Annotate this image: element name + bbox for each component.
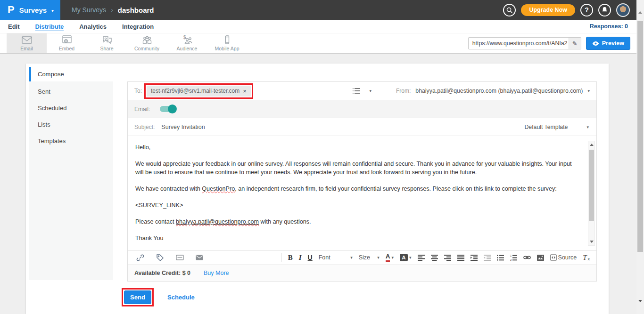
numbered-list-icon: 12 xyxy=(510,255,517,261)
search-button[interactable] xyxy=(503,4,516,16)
eye-icon xyxy=(592,41,599,46)
sidebar-item-label: Sent xyxy=(38,88,50,95)
notifications-button[interactable] xyxy=(598,4,611,16)
preview-button[interactable]: Preview xyxy=(586,37,630,50)
align-center-icon xyxy=(431,255,438,261)
indent-button[interactable] xyxy=(471,255,478,261)
bold-button[interactable]: B xyxy=(288,254,293,262)
text-color-button[interactable]: A▾ xyxy=(386,253,394,262)
send-button[interactable]: Send xyxy=(124,290,151,304)
email-sidebar: Sent Scheduled Lists Templates xyxy=(29,81,113,280)
insert-field-button[interactable] xyxy=(176,255,184,260)
page-scrollbar[interactable] xyxy=(636,0,644,314)
remove-format-button[interactable]: Tx xyxy=(583,254,590,262)
to-label: To: xyxy=(134,88,142,94)
sidebar-item-label: Scheduled xyxy=(38,105,66,112)
tab-edit[interactable]: Edit xyxy=(8,23,20,30)
breadcrumb: My Surveys › dashboard xyxy=(72,6,154,14)
email-body-editor[interactable]: Hello,We would appreciate your feedback … xyxy=(128,136,596,250)
question-mark-icon: ? xyxy=(585,6,589,14)
numbered-list-button[interactable]: 12 xyxy=(510,255,517,261)
justify-icon xyxy=(457,255,464,261)
template-select[interactable]: Default Template ▾ xyxy=(524,124,589,130)
scroll-up-icon[interactable] xyxy=(588,142,594,148)
buy-more-link[interactable]: Buy More xyxy=(204,270,229,276)
svg-text:2: 2 xyxy=(510,258,512,260)
sidebar-item-sent[interactable]: Sent xyxy=(29,83,113,100)
responses-count[interactable]: Responses: 0 xyxy=(590,23,636,30)
recipient-chip[interactable]: test-nf2r9vjl6@srv1.mail-tester.com × xyxy=(147,86,251,97)
italic-button[interactable]: I xyxy=(299,254,302,262)
breadcrumb-parent[interactable]: My Surveys xyxy=(72,6,106,14)
channel-mobile-app[interactable]: Mobile App xyxy=(207,33,247,53)
product-switcher[interactable]: P Surveys ▾ xyxy=(0,0,60,20)
survey-url-input[interactable] xyxy=(469,40,569,47)
caret-down-icon: ▾ xyxy=(350,255,353,260)
underline-button[interactable]: U xyxy=(308,254,313,261)
template-caret-icon: ▾ xyxy=(586,125,589,129)
channel-label: Embed xyxy=(59,46,74,51)
channel-email[interactable]: Email xyxy=(7,33,47,53)
pencil-icon: ✎ xyxy=(572,40,578,47)
remove-recipient-icon[interactable]: × xyxy=(243,88,247,95)
tab-analytics[interactable]: Analytics xyxy=(79,23,107,30)
channel-embed[interactable]: Embed xyxy=(47,33,87,53)
tab-distribute[interactable]: Distribute xyxy=(35,23,64,30)
from-value[interactable]: bhaiyya.patil@questionpro.com (bhaiyya.p… xyxy=(415,88,583,94)
email-toggle-switch[interactable] xyxy=(160,106,176,112)
sidebar-item-templates[interactable]: Templates xyxy=(29,133,113,149)
channel-community[interactable]: Community xyxy=(127,33,167,53)
align-center-button[interactable] xyxy=(431,255,438,261)
editor-scrollbar-thumb[interactable] xyxy=(589,150,594,221)
scrollbar-up-icon[interactable] xyxy=(638,3,642,12)
questionpro-logo: P xyxy=(8,5,15,15)
sidebar-item-label: Lists xyxy=(38,121,50,128)
schedule-link[interactable]: Schedule xyxy=(167,294,195,301)
font-family-dropdown[interactable]: Font▾ xyxy=(319,254,353,261)
bullet-list-button[interactable] xyxy=(497,255,504,261)
outdent-button[interactable] xyxy=(484,255,491,261)
sidebar-item-compose[interactable]: Compose xyxy=(29,67,113,81)
scroll-down-icon[interactable] xyxy=(588,239,594,245)
outdent-icon xyxy=(484,255,491,261)
channel-share[interactable]: Share xyxy=(87,33,127,53)
insert-image-button[interactable] xyxy=(537,255,544,261)
embed-icon xyxy=(61,35,73,45)
help-button[interactable]: ? xyxy=(580,4,593,16)
font-size-dropdown[interactable]: Size▾ xyxy=(359,254,380,261)
editor-scrollbar[interactable] xyxy=(588,141,595,246)
upgrade-now-button[interactable]: Upgrade Now xyxy=(521,4,575,16)
list-caret-icon[interactable]: ▾ xyxy=(369,89,372,93)
scrollbar-down-icon[interactable] xyxy=(638,302,642,311)
source-button[interactable]: Source xyxy=(550,254,577,261)
sidebar-item-scheduled[interactable]: Scheduled xyxy=(29,100,113,116)
user-avatar[interactable] xyxy=(616,3,630,17)
edit-url-button[interactable]: ✎ xyxy=(569,38,581,49)
tab-integration[interactable]: Integration xyxy=(122,23,154,30)
channel-label: Community xyxy=(134,46,159,51)
hyperlink-button[interactable] xyxy=(523,255,531,260)
chain-icon xyxy=(523,255,531,260)
sidebar-item-lists[interactable]: Lists xyxy=(29,116,113,133)
subject-label: Subject: xyxy=(134,124,155,130)
from-caret-icon[interactable]: ▾ xyxy=(587,89,590,93)
align-right-button[interactable] xyxy=(444,255,451,261)
annotation-box-send: Send xyxy=(122,288,154,306)
email-distribution-panel: Compose Sent Scheduled Lists Templates T… xyxy=(26,64,609,314)
justify-button[interactable] xyxy=(457,255,464,261)
insert-link-button[interactable] xyxy=(136,254,144,262)
page-scrollbar-thumb[interactable] xyxy=(637,21,643,252)
subject-value[interactable]: Survey Invitation xyxy=(161,124,205,130)
bg-color-button[interactable]: A▾ xyxy=(400,254,412,261)
tag-icon xyxy=(156,254,164,261)
channel-audience[interactable]: $ Audience xyxy=(167,33,207,53)
align-left-button[interactable] xyxy=(418,255,425,261)
select-list-button[interactable] xyxy=(352,88,361,94)
community-icon xyxy=(141,35,153,45)
caret-down-icon: ▾ xyxy=(377,255,380,260)
insert-tag-button[interactable] xyxy=(156,254,164,261)
top-header-bar: P Surveys ▾ My Surveys › dashboard Upgra… xyxy=(0,0,636,20)
svg-text:1: 1 xyxy=(510,255,512,257)
sidebar-item-label: Templates xyxy=(38,137,66,145)
insert-email-button[interactable] xyxy=(196,255,203,260)
